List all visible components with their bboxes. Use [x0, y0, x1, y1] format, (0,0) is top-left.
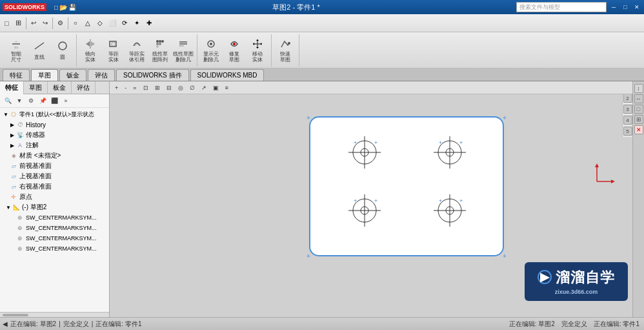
section-view-btn[interactable]: ⊟: [164, 83, 174, 93]
panel-tab-sheetmetal[interactable]: 板金: [48, 81, 72, 94]
move-btn[interactable]: 移动实体: [247, 36, 268, 65]
quick-sketch-btn[interactable]: 快速草图: [274, 36, 296, 65]
scroll-bar[interactable]: [0, 312, 109, 317]
minimize-button[interactable]: ─: [609, 3, 618, 12]
expand-sketch2[interactable]: ▼: [5, 204, 12, 211]
open-icon[interactable]: 📂: [59, 4, 67, 11]
right-icon-5[interactable]: ✕: [634, 125, 643, 134]
tree-item-origin[interactable]: ✛ 原点: [0, 192, 109, 202]
smart-dim-btn[interactable]: ↔ 2.5 智能尺寸: [5, 36, 27, 65]
fm-arrow-icon[interactable]: »: [61, 96, 71, 106]
tab-sheetmetal[interactable]: 钣金: [59, 69, 86, 81]
status-btn-3[interactable]: 正在编辑: 零件1: [592, 320, 641, 329]
open-doc-btn[interactable]: ⊞: [12, 16, 25, 30]
expand-annotation[interactable]: ▶: [9, 142, 15, 149]
status-btn-2[interactable]: 完全定义: [559, 320, 589, 329]
circle-btn[interactable]: 圆: [52, 36, 74, 65]
tree-item-right[interactable]: ▱ 右视基准面: [0, 181, 109, 192]
new-icon[interactable]: □: [54, 4, 58, 11]
tb-icon-1[interactable]: ○: [70, 17, 81, 29]
show-btn[interactable]: 显示元删除几: [200, 36, 222, 65]
options-btn[interactable]: ⚙: [54, 16, 66, 30]
expand-sensor[interactable]: ▶: [9, 132, 15, 138]
zoom-in-btn[interactable]: +: [112, 83, 121, 93]
tree-item-front[interactable]: ▱ 前视基准面: [0, 161, 109, 171]
tree-item-history[interactable]: ▶ ⏱ History: [0, 119, 109, 130]
redo-btn[interactable]: ↪: [39, 16, 51, 30]
tree-item-top[interactable]: ▱ 上视基准面: [0, 171, 109, 181]
tb-icon-3[interactable]: ◇: [94, 17, 106, 29]
tree-label-history: History: [26, 121, 46, 129]
repair-btn[interactable]: 修复草图: [223, 36, 245, 65]
new-doc-btn[interactable]: □: [1, 16, 12, 30]
right-icon-1[interactable]: ↕: [634, 84, 643, 93]
right-icon-3[interactable]: □: [634, 105, 643, 114]
mirror-btn[interactable]: 镜向实体: [79, 36, 101, 65]
tree-label-sketch2: (-) 草图2: [22, 203, 46, 212]
tree-item-cm1[interactable]: ⊕ SW_CENTERMARKSYM...: [0, 212, 109, 223]
tree-item-sensor[interactable]: ▶ 📡 传感器: [0, 130, 109, 140]
offset-btn[interactable]: 等距实体: [103, 36, 125, 65]
tb-icon-7[interactable]: ✚: [143, 17, 155, 29]
fm-pin-icon[interactable]: 📌: [37, 96, 48, 106]
scroll-thumb[interactable]: [3, 314, 28, 316]
delete-btn[interactable]: 线性草图删除几: [172, 36, 194, 65]
num-badge-2[interactable]: 2: [623, 94, 632, 103]
tree-item-cm4[interactable]: ⊕ SW_CENTERMARKSYM...: [0, 243, 109, 254]
panel-tab-evaluate[interactable]: 评估: [72, 81, 96, 94]
appearance-btn[interactable]: ▣: [210, 83, 221, 93]
expand-part[interactable]: ▼: [3, 111, 9, 118]
array-btn[interactable]: 线性草图阵列: [149, 36, 171, 65]
tb-icon-5[interactable]: ⟳: [119, 17, 130, 29]
sketch-tools-group: ↔ 2.5 智能尺寸 直线 圆: [3, 34, 77, 67]
search-box[interactable]: 搜索文件与模型: [516, 2, 607, 12]
tree-item-annotation[interactable]: ▶ A 注解: [0, 140, 109, 150]
tree-item-sketch2[interactable]: ▼ 📐 (-) 草图2: [0, 202, 109, 212]
status-scroll-left[interactable]: ◀: [3, 320, 8, 327]
panel-tab-sketch[interactable]: 草图: [24, 81, 48, 94]
num-badge-5[interactable]: 5: [623, 127, 632, 136]
tree-item-material[interactable]: ◈ 材质 <未指定>: [0, 150, 109, 161]
tb-icon-2[interactable]: △: [82, 17, 94, 29]
fm-search-icon[interactable]: 🔍: [3, 96, 13, 106]
tree-item-part[interactable]: ▼ ⬡ 零件1 (默认<<默认>显示状态: [0, 109, 109, 119]
fm-filter-icon[interactable]: ▼: [14, 96, 25, 106]
line-btn[interactable]: 直线: [28, 36, 50, 65]
tab-sketch[interactable]: 草图: [31, 69, 58, 81]
svg-text:+: +: [374, 139, 377, 146]
fm-settings-icon[interactable]: ⚙: [26, 96, 36, 106]
view-3d-btn[interactable]: ◎: [176, 83, 186, 93]
svg-point-4: [59, 42, 66, 50]
right-icon-2[interactable]: ↔: [634, 94, 643, 103]
maximize-button[interactable]: □: [621, 3, 630, 12]
num-badge-4[interactable]: 4: [623, 116, 632, 125]
view-orient-btn[interactable]: ⊡: [141, 83, 151, 93]
tab-sw-mbd[interactable]: SOLIDWORKS MBD: [190, 69, 265, 81]
panel-tab-feature[interactable]: 特征: [0, 81, 24, 94]
save-icon[interactable]: 💾: [68, 4, 76, 11]
tb-icon-4[interactable]: ⬜: [106, 17, 118, 29]
offset2-btn[interactable]: 等距实体引用: [126, 36, 148, 65]
title-bar: SOLIDWORKS □ 📂 💾 草图2 - 零件1 * 搜索文件与模型 ─ □…: [0, 0, 644, 14]
status-btn-1[interactable]: 正在编辑: 草图2: [507, 320, 557, 329]
fm-expand-icon[interactable]: ⬛: [49, 96, 59, 106]
tree-item-cm2[interactable]: ⊕ SW_CENTERMARKSYM...: [0, 223, 109, 233]
close-button[interactable]: ✕: [632, 3, 641, 12]
tab-feature[interactable]: 特征: [3, 69, 30, 81]
prev-view-btn[interactable]: ⊞: [152, 83, 163, 93]
hide-show-btn[interactable]: ↗: [199, 83, 209, 93]
canvas-area[interactable]: + - = ⊡ ⊞ ⊟ ◎ ∅ ↗ ▣ ≡ ✕ + + + +: [110, 81, 644, 317]
display-style-btn[interactable]: ∅: [187, 83, 197, 93]
zoom-out-btn[interactable]: -: [122, 83, 129, 93]
num-badge-3[interactable]: 3: [623, 105, 632, 114]
expand-history[interactable]: ▶: [9, 121, 15, 128]
right-icon-4[interactable]: ⊞: [634, 115, 643, 124]
wm-play-icon: ▶: [538, 270, 552, 284]
more-view-btn[interactable]: ≡: [223, 83, 231, 93]
tab-evaluate[interactable]: 评估: [88, 69, 115, 81]
zoom-fit-btn[interactable]: =: [130, 83, 139, 93]
tab-sw-plugins[interactable]: SOLIDWORKS 插件: [116, 69, 189, 81]
tb-icon-6[interactable]: ✦: [131, 17, 143, 29]
undo-btn[interactable]: ↩: [28, 16, 39, 30]
tree-item-cm3[interactable]: ⊕ SW_CENTERMARKSYM...: [0, 233, 109, 243]
